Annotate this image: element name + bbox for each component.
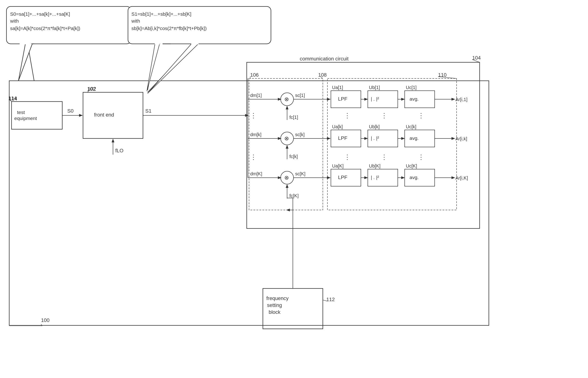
- svg-rect-10: [327, 79, 457, 210]
- svg-rect-30: [331, 169, 361, 186]
- svg-line-21: [323, 300, 327, 301]
- svg-text:⋮: ⋮: [418, 153, 424, 161]
- svg-line-18: [88, 91, 89, 92]
- svg-text:102: 102: [88, 86, 96, 92]
- svg-text:S1=sb[1]+...+sb[k]+...+sb[K]: S1=sb[1]+...+sb[k]+...+sb[K]: [131, 11, 192, 17]
- svg-rect-19: [263, 288, 323, 329]
- svg-text:dm[K]: dm[K]: [250, 171, 262, 176]
- svg-text:⋮: ⋮: [344, 153, 350, 161]
- svg-line-134: [10, 100, 12, 102]
- svg-rect-116: [128, 6, 271, 44]
- svg-text:110: 110: [438, 72, 447, 78]
- svg-text:sb[k]=Ab[i,k]*cos(2*π*fb[k]*t+: sb[k]=Ab[i,k]*cos(2*π*fb[k]*t+Pb[k]): [131, 26, 207, 31]
- svg-line-12: [438, 77, 457, 79]
- svg-line-9: [320, 77, 323, 79]
- svg-rect-35: [405, 130, 435, 147]
- svg-text:with: with: [10, 18, 19, 24]
- svg-text:⋮: ⋮: [250, 153, 257, 161]
- svg-text:fc[k]: fc[k]: [289, 154, 298, 159]
- svg-line-114: [28, 44, 34, 81]
- svg-text:avg.: avg.: [409, 135, 419, 141]
- svg-rect-5: [249, 79, 323, 210]
- svg-text:Ua[1]: Ua[1]: [332, 85, 343, 90]
- svg-rect-29: [331, 130, 361, 147]
- svg-text:LPF: LPF: [338, 96, 347, 102]
- svg-text:avg.: avg.: [409, 175, 419, 180]
- svg-text:108: 108: [318, 72, 327, 78]
- svg-rect-33: [368, 169, 398, 186]
- svg-text:sc[K]: sc[K]: [295, 171, 305, 176]
- svg-text:with: with: [131, 18, 140, 24]
- svg-text:Uc[1]: Uc[1]: [406, 85, 417, 90]
- svg-text:114: 114: [8, 95, 17, 101]
- svg-line-15: [10, 100, 12, 102]
- svg-line-127: [148, 44, 194, 92]
- svg-text:block: block: [269, 309, 281, 315]
- svg-text:avg.: avg.: [409, 96, 419, 102]
- svg-rect-113: [6, 6, 131, 44]
- svg-text:equipment: equipment: [14, 116, 37, 121]
- svg-text:Ub[K]: Ub[K]: [369, 163, 381, 168]
- svg-text:sc[k]: sc[k]: [295, 132, 305, 137]
- svg-rect-34: [405, 91, 435, 108]
- svg-text:⋮: ⋮: [418, 112, 424, 119]
- svg-text:fLO: fLO: [115, 148, 123, 153]
- svg-rect-28: [331, 91, 361, 108]
- svg-text:sc[1]: sc[1]: [295, 93, 305, 98]
- svg-text:| . |²: | . |²: [371, 135, 379, 141]
- svg-marker-131: [148, 44, 198, 94]
- svg-text:sa[k]=A[k]*cos(2*π*fa[k]*t+Pa[: sa[k]=A[k]*cos(2*π*fa[k]*t+Pa[k]): [10, 26, 80, 31]
- svg-text:106: 106: [250, 72, 259, 78]
- svg-rect-0: [9, 81, 489, 325]
- svg-point-22: [281, 93, 294, 106]
- svg-text:Uc[K]: Uc[K]: [406, 163, 417, 168]
- svg-text:Ar[i,k]: Ar[i,k]: [455, 136, 467, 141]
- svg-text:| . |²: | . |²: [371, 175, 379, 180]
- svg-text:112: 112: [326, 297, 335, 302]
- svg-text:LPF: LPF: [338, 135, 347, 141]
- svg-text:Ua[k]: Ua[k]: [332, 124, 343, 129]
- svg-text:frequency: frequency: [266, 295, 289, 301]
- svg-point-26: [281, 171, 294, 184]
- diagram-container: communication circuit 104 106 108 110 11…: [0, 0, 588, 378]
- svg-text:LPF: LPF: [338, 175, 347, 180]
- svg-text:⊗: ⊗: [284, 175, 289, 181]
- svg-text:⋮: ⋮: [381, 112, 387, 119]
- svg-text:Ub[k]: Ub[k]: [369, 124, 380, 129]
- svg-text:114: 114: [9, 96, 17, 102]
- svg-rect-32: [368, 130, 398, 147]
- svg-text:S0=sa[1]+...+sa[k]+...+sa[K]: S0=sa[1]+...+sa[k]+...+sa[K]: [10, 11, 70, 17]
- svg-text:⋮: ⋮: [250, 112, 257, 119]
- svg-text:102: 102: [87, 86, 96, 92]
- svg-text:S0: S0: [67, 108, 74, 114]
- svg-text:⋮: ⋮: [344, 112, 350, 119]
- svg-line-124: [148, 44, 157, 90]
- svg-rect-36: [405, 169, 435, 186]
- svg-marker-129: [147, 44, 160, 91]
- svg-text:test: test: [17, 110, 25, 115]
- diagram-svg: communication circuit 104 106 108 110 11…: [0, 0, 588, 378]
- svg-text:100: 100: [41, 317, 50, 323]
- svg-line-4: [472, 60, 480, 62]
- svg-text:Ar[i,1]: Ar[i,1]: [455, 97, 467, 102]
- svg-point-24: [281, 132, 294, 145]
- svg-text:dm[1]: dm[1]: [250, 93, 262, 98]
- svg-text:communication circuit: communication circuit: [300, 56, 349, 62]
- svg-text:Ua[K]: Ua[K]: [332, 163, 344, 168]
- svg-text:⋮: ⋮: [381, 153, 387, 161]
- svg-rect-13: [12, 102, 62, 129]
- svg-text:⊗: ⊗: [284, 96, 289, 102]
- svg-rect-16: [83, 92, 143, 138]
- svg-rect-31: [368, 91, 398, 108]
- svg-text:fc[1]: fc[1]: [289, 115, 298, 120]
- svg-text:front end: front end: [94, 112, 114, 118]
- svg-text:fc[K]: fc[K]: [289, 193, 299, 198]
- svg-text:setting: setting: [267, 302, 282, 308]
- svg-text:⊗: ⊗: [284, 135, 289, 141]
- svg-line-136: [88, 91, 89, 92]
- svg-text:Uc[k]: Uc[k]: [406, 124, 416, 129]
- svg-text:Ub[1]: Ub[1]: [369, 85, 380, 90]
- svg-text:104: 104: [472, 55, 481, 61]
- svg-text:dm[k]: dm[k]: [250, 132, 261, 137]
- svg-text:| . |²: | . |²: [371, 96, 379, 102]
